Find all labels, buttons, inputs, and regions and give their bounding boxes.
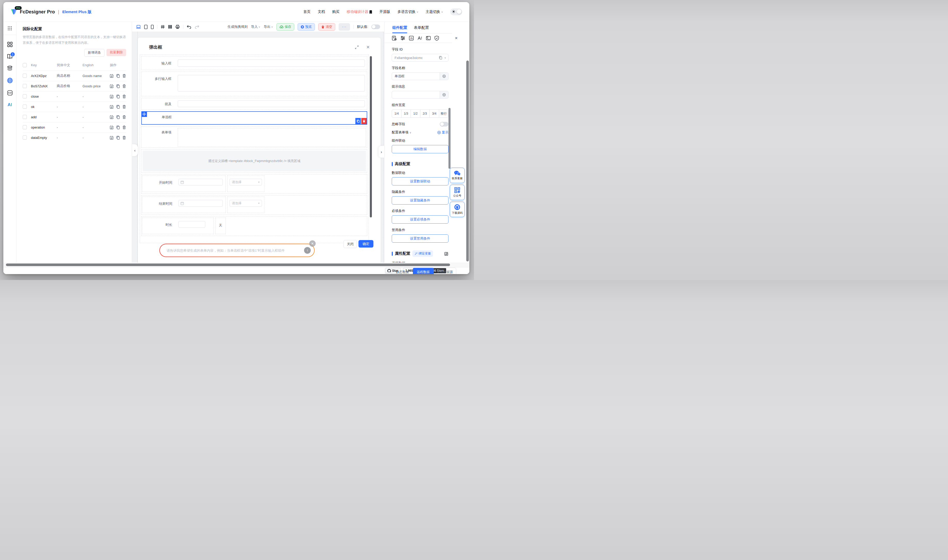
export-dropdown[interactable]: 导出 ∨	[264, 25, 273, 29]
start-time-cell[interactable]: 开始时间	[142, 175, 225, 192]
nav-theme-switch[interactable]: 主题切换 ∨	[426, 9, 443, 14]
inspector-scrollbar[interactable]	[448, 108, 451, 169]
horizontal-scroll-thumb[interactable]	[6, 263, 450, 266]
width-1-4[interactable]: 1/4	[392, 110, 401, 117]
edit-icon[interactable]	[110, 105, 114, 109]
edit-data-button[interactable]: 编辑数据	[392, 145, 448, 153]
set-hide-condition-button[interactable]: 设置隐藏条件	[392, 196, 448, 205]
field-mention-row[interactable]: 提及	[141, 98, 367, 110]
field-id-input[interactable]: ∨	[392, 54, 448, 62]
edit-icon[interactable]	[110, 136, 114, 140]
ai-prompt-input[interactable]	[166, 248, 302, 253]
dialog-close-icon[interactable]: ✕	[366, 45, 370, 50]
components-icon[interactable]	[7, 42, 12, 47]
ai-close-button[interactable]: ✕	[309, 240, 316, 247]
duration-row[interactable]: 时长 天	[141, 216, 367, 236]
apps-dots-icon[interactable]	[3, 22, 16, 35]
nav-opensource[interactable]: 开源版	[379, 9, 390, 14]
set-required-condition-button[interactable]: 设置必填条件	[392, 215, 448, 224]
row-checkbox[interactable]	[23, 135, 27, 140]
start-select[interactable]: 请选择 ∨	[230, 179, 262, 185]
tip-input[interactable]	[392, 91, 448, 98]
generate-drag-rule-button[interactable]: 生成拖拽规则	[227, 25, 247, 29]
nav-mobile-designer[interactable]: 移动端设计器	[347, 9, 372, 14]
nav-language-switch[interactable]: 多语言切换 ∨	[397, 9, 418, 14]
ai-submit-button[interactable]: ↑	[304, 247, 311, 254]
tab-form-config[interactable]: 表单配置	[414, 25, 429, 33]
ai-prompt-bar[interactable]: ↑ ✕	[159, 244, 315, 257]
mention-input[interactable]	[178, 100, 365, 107]
docs-book-icon[interactable]: 1	[7, 54, 12, 59]
trash-icon[interactable]	[122, 136, 126, 140]
duration-unit-cell[interactable]: 天	[215, 218, 225, 234]
tab-component-config[interactable]: 组件配置	[392, 25, 407, 33]
device-desktop-icon[interactable]	[136, 25, 141, 29]
start-time-row[interactable]: 开始时间 请选择 ∨	[141, 174, 367, 194]
sliders-icon[interactable]	[400, 35, 405, 41]
print-icon[interactable]	[175, 25, 180, 29]
download-source-card[interactable]: 下载源码	[450, 202, 465, 217]
duration-cell[interactable]: 时长	[142, 218, 214, 234]
nav-docs[interactable]: 文档	[318, 9, 325, 14]
form-item-drop-zone[interactable]	[178, 128, 366, 146]
trash-icon[interactable]	[122, 105, 126, 109]
copy-icon[interactable]	[116, 115, 120, 119]
chevron-down-icon[interactable]: ∨	[444, 57, 446, 59]
row-checkbox[interactable]	[23, 115, 27, 119]
tip-value[interactable]	[394, 93, 446, 97]
device-phone-icon[interactable]	[151, 25, 154, 29]
theme-toggle[interactable]	[450, 9, 462, 15]
textarea-input[interactable]	[178, 75, 365, 91]
default-value-toggle[interactable]	[371, 25, 380, 29]
copy-icon[interactable]	[116, 95, 120, 98]
form-settings-icon[interactable]	[392, 35, 397, 41]
copy-icon[interactable]	[116, 136, 120, 140]
copy-icon[interactable]	[116, 84, 120, 88]
copy-icon[interactable]	[116, 125, 120, 129]
ignore-field-toggle[interactable]	[440, 122, 448, 126]
component-copy-button[interactable]	[355, 118, 361, 124]
width-3-4[interactable]: 3/4	[430, 110, 439, 117]
save-button[interactable]: 保存	[276, 23, 294, 31]
ai-entry[interactable]: AI	[8, 102, 12, 108]
dialog-confirm-button[interactable]: 确定	[358, 240, 374, 248]
set-disabled-condition-button[interactable]: 设置禁用条件	[392, 234, 448, 243]
edit-icon[interactable]	[110, 95, 114, 98]
row-checkbox[interactable]	[23, 84, 27, 88]
code-icon[interactable]	[7, 90, 12, 95]
trash-icon[interactable]	[122, 74, 126, 78]
duration-input[interactable]	[179, 221, 205, 228]
formula-icon[interactable]: fx	[409, 35, 414, 41]
start-date-input[interactable]	[179, 179, 223, 185]
edit-icon[interactable]	[110, 115, 114, 119]
fullscreen-icon[interactable]	[355, 45, 359, 49]
i18n-globe-suffix[interactable]	[440, 91, 448, 98]
preview-button[interactable]: 预览	[298, 23, 315, 31]
i18n-globe-suffix[interactable]	[440, 72, 448, 80]
dialog-scrollbar[interactable]	[370, 56, 372, 217]
width-1-3[interactable]: 1/3	[401, 110, 411, 117]
end-time-cell[interactable]: 结束时间	[142, 197, 225, 213]
end-time-row[interactable]: 结束时间 请选择 ∨	[141, 195, 367, 215]
official-account-card[interactable]: 公众号	[450, 185, 465, 200]
end-select[interactable]: 请选择 ∨	[230, 200, 262, 206]
row-checkbox[interactable]	[23, 94, 27, 98]
more-button[interactable]: ···	[339, 23, 350, 31]
edit-icon[interactable]	[110, 125, 114, 129]
end-date-input[interactable]	[179, 200, 223, 206]
contact-support-card[interactable]: 联系客服	[450, 168, 465, 183]
config-form-item-label[interactable]: 配置表单项 ∨	[392, 130, 411, 135]
field-form-item-row[interactable]: 表单项	[141, 126, 367, 148]
nav-home[interactable]: 首页	[303, 9, 310, 14]
copy-icon[interactable]	[439, 56, 442, 60]
source-global[interactable]: 全局数据源	[434, 268, 456, 274]
width-full[interactable]: 整行	[439, 110, 448, 117]
end-select-cell[interactable]: 请选择 ∨	[227, 197, 264, 213]
show-link[interactable]: 显示	[437, 130, 448, 135]
copy-icon[interactable]	[116, 105, 120, 109]
clear-button[interactable]: 清空	[318, 23, 335, 31]
redo-icon[interactable]	[195, 25, 199, 29]
select-all-checkbox[interactable]	[23, 63, 27, 67]
source-static[interactable]: 静态数据	[392, 268, 413, 274]
width-1-2[interactable]: 1/2	[411, 110, 420, 117]
